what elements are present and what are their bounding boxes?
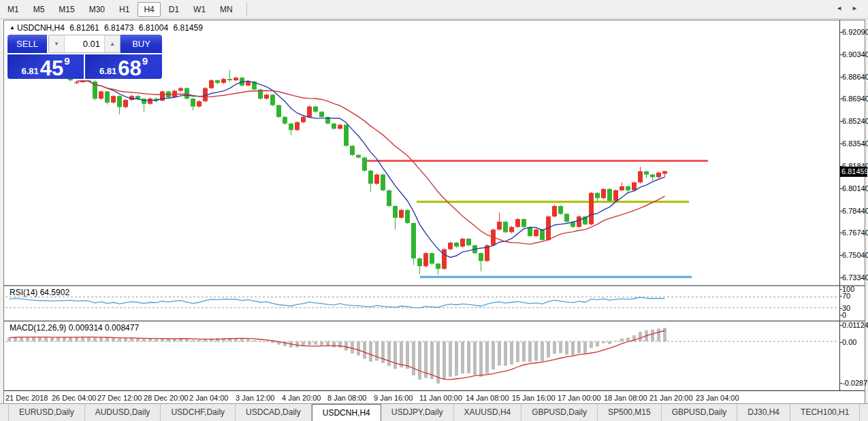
time-axis-label: 23 Jan 04:00 [696,394,739,402]
toolbar-separator [246,3,247,16]
tab-usdchf-daily[interactable]: USDCHF,Daily [161,404,236,421]
axis-tick-mark [839,315,842,316]
time-axis-label: 28 Dec 20:00 [144,394,188,402]
time-axis-label: 8 Jan 08:00 [327,394,367,402]
buy-button[interactable]: BUY [120,35,162,53]
axis-tick-mark [839,77,842,78]
price-axis-label: 6.75040 [842,251,868,259]
rsi-axis-label: 0 [842,311,846,319]
moving-average-20 [77,81,665,244]
tab-tech100-h1[interactable]: TECH100,H1 [790,404,860,421]
trade-panel-top-row: SELL ▼ 0.01 ▲ BUY [7,35,162,53]
timeframe-button-mn[interactable]: MN [214,2,239,17]
price-axis-label: 6.85240 [842,117,868,125]
macd-histogram-layer [7,328,666,384]
timeframe-button-m30[interactable]: M30 [83,2,111,17]
rsi-line [10,297,665,308]
sell-button[interactable]: SELL [7,35,47,53]
time-axis-label: 18 Jan 08:00 [604,394,647,402]
time-axis-label: 17 Jan 00:00 [558,394,601,402]
axis-tick-mark [839,54,842,55]
timeframe-toolbar: M1M5M15M30H1H4D1W1MN [0,0,868,19]
chart-tab-bar: EURUSD,DailyAUDUSD,DailyUSDCHF,DailyUSDC… [0,403,868,421]
macd-axis-label: 0.00 [842,338,856,346]
macd-signal-line [10,331,665,380]
ohlc-low: 6.81004 [139,23,168,33]
macd-axis-label: -0.028797 [842,379,868,387]
axis-tick-mark [839,255,842,256]
price-axis-label: 6.78440 [842,207,868,215]
time-axis-label: 21 Jan 20:00 [649,394,693,402]
sell-price-box[interactable]: 6.81 45 9 [7,54,84,79]
axis-tick-mark [839,211,842,212]
ohlc-open: 6.81261 [69,23,99,33]
time-axis-label: 9 Jan 16:00 [374,394,413,402]
price-axis-label: 6.92090 [842,28,868,36]
timeframe-button-d1[interactable]: D1 [163,2,185,17]
price-axis-border [839,20,840,390]
tab-gbpusd-daily[interactable]: GBPUSD,Daily [662,404,738,421]
volume-increase-icon[interactable]: ▲ [104,35,120,52]
rsi-axis-label: 70 [842,292,850,300]
sell-price-big: 45 [40,58,63,79]
axis-tick-mark [839,277,842,278]
timeframe-button-h1[interactable]: H1 [113,2,135,17]
time-axis-label: 4 Jan 20:00 [282,394,321,402]
price-axis-label: 6.88640 [842,73,868,81]
axis-tick-mark [839,289,842,290]
axis-tick-mark [839,32,842,33]
timeframe-button-m15[interactable]: M15 [52,2,80,17]
axis-tick-mark [839,188,842,189]
timeframe-button-h4[interactable]: H4 [138,2,160,17]
time-axis[interactable]: 21 Dec 201826 Dec 04:0027 Dec 12:0028 De… [4,390,865,404]
tab-scroll-right-icon[interactable]: ► [847,3,863,13]
rsi-pane[interactable] [5,286,839,320]
time-axis-label: 27 Dec 12:00 [97,394,142,402]
tab-ukoil-h1[interactable]: UKOil,H1 [860,404,868,421]
tab-usdcad-daily[interactable]: USDCAD,Daily [236,404,312,421]
price-axis-label: 6.73340 [842,273,868,282]
timeframe-button-w1[interactable]: W1 [187,2,212,17]
tab-audusd-daily[interactable]: AUDUSD,Daily [85,404,161,421]
price-axis-label: 6.80140 [842,184,868,192]
macd-axis-label: 0.011242 [842,321,868,329]
tab-xauusd-h4[interactable]: XAUUSD,H4 [454,404,522,421]
tab-scroll-buttons: ◄ ► [831,3,863,13]
buy-price-box[interactable]: 6.81 68 9 [85,54,162,79]
current-price-tag: 6.81459 [840,167,867,177]
time-axis-label: 3 Jan 12:00 [236,394,275,402]
tab-dj30-h4[interactable]: DJ30,H4 [737,404,790,421]
tab-sp500-m15[interactable]: SP500,M15 [598,404,662,421]
time-axis-label: 21 Dec 2018 [5,394,48,402]
volume-input[interactable]: 0.01 [65,35,104,52]
axis-tick-mark [839,296,842,297]
mt4-application: M1M5M15M30H1H4D1W1MN ▲USDCNH,H4 6.81261 … [0,0,868,421]
volume-decrease-icon[interactable]: ▼ [49,35,65,52]
timeframe-button-m5[interactable]: M5 [27,2,51,17]
macd-label: MACD(12,26,9) 0.009314 0.008477 [10,323,139,333]
candles-layer [68,70,667,275]
price-axis-label: 6.76740 [842,229,868,237]
volume-spinner: ▼ 0.01 ▲ [48,35,120,53]
chart-symbol: USDCNH,H4 [17,23,65,33]
chart-title: ▲USDCNH,H4 6.81261 6.81473 6.81004 6.814… [10,23,206,33]
buy-price-pipette: 9 [142,55,148,67]
axis-tick-mark [839,233,842,233]
tab-eurusd-daily[interactable]: EURUSD,Daily [8,404,85,421]
chart-window: ▲USDCNH,H4 6.81261 6.81473 6.81004 6.814… [3,20,865,404]
tab-gbpusd-daily[interactable]: GBPUSD,Daily [521,404,598,421]
axis-tick-mark [839,144,842,144]
ohlc-close: 6.81459 [173,23,202,33]
timeframe-button-m1[interactable]: M1 [1,2,25,17]
price-axis-label: 6.83540 [842,139,868,148]
time-axis-label: 15 Jan 16:00 [512,394,556,402]
axis-tick-mark [839,383,842,384]
collapse-triangle-icon[interactable]: ▲ [10,24,15,31]
time-axis-label: 26 Dec 04:00 [52,394,96,402]
tab-usdjpy-daily[interactable]: USDJPY,Daily [381,404,454,421]
tab-scroll-left-icon[interactable]: ◄ [831,3,847,13]
tab-usdcnh-h4[interactable]: USDCNH,H4 [312,404,381,421]
axis-tick-mark [839,99,842,99]
axis-tick-mark [839,121,842,122]
one-click-trading-panel: SELL ▼ 0.01 ▲ BUY 6.81 45 9 6.81 68 9 [7,35,162,79]
